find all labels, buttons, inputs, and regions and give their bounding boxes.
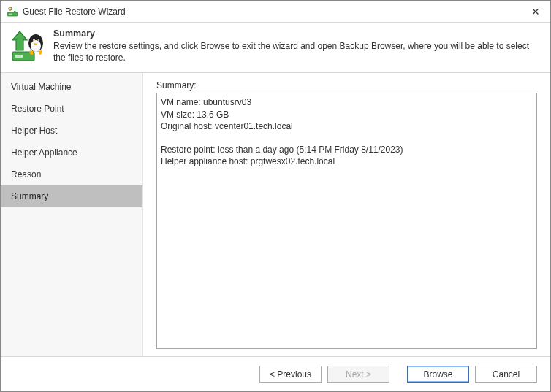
wizard-window: Guest File Restore Wizard ✕ Summary Revi (0, 0, 551, 392)
svg-rect-1 (9, 13, 12, 15)
wizard-footer: < Previous Next > Browse Cancel (1, 356, 550, 391)
cancel-button[interactable]: Cancel (475, 366, 537, 383)
main-panel: Summary: VM name: ubuntusrv03 VM size: 1… (143, 73, 550, 356)
step-reason[interactable]: Reason (1, 164, 142, 185)
page-description: Review the restore settings, and click B… (53, 40, 540, 64)
button-spacer (395, 366, 401, 383)
page-title: Summary (53, 28, 540, 39)
svg-point-9 (34, 39, 34, 40)
step-restore-point[interactable]: Restore Point (1, 98, 142, 120)
titlebar: Guest File Restore Wizard ✕ (1, 1, 550, 23)
wizard-body: Virtual Machine Restore Point Helper Hos… (1, 73, 550, 356)
summary-label: Summary: (156, 80, 537, 91)
step-summary[interactable]: Summary (1, 185, 142, 207)
svg-point-10 (37, 39, 38, 40)
restore-linux-icon (11, 28, 46, 64)
app-icon (7, 6, 18, 18)
next-button: Next > (327, 366, 390, 383)
svg-point-6 (31, 40, 41, 52)
browse-button[interactable]: Browse (407, 366, 469, 383)
window-title: Guest File Restore Wizard (23, 7, 521, 17)
summary-textarea[interactable]: VM name: ubuntusrv03 VM size: 13.6 GB Or… (156, 93, 537, 349)
step-virtual-machine[interactable]: Virtual Machine (1, 76, 142, 98)
header-text: Summary Review the restore settings, and… (53, 28, 540, 64)
step-helper-appliance[interactable]: Helper Appliance (1, 142, 142, 164)
svg-point-2 (9, 7, 12, 9)
svg-rect-4 (15, 55, 23, 58)
close-button[interactable]: ✕ (521, 1, 550, 23)
steps-sidebar: Virtual Machine Restore Point Helper Hos… (1, 73, 143, 356)
previous-button[interactable]: < Previous (259, 366, 322, 383)
step-helper-host[interactable]: Helper Host (1, 120, 142, 142)
wizard-header: Summary Review the restore settings, and… (1, 23, 550, 73)
